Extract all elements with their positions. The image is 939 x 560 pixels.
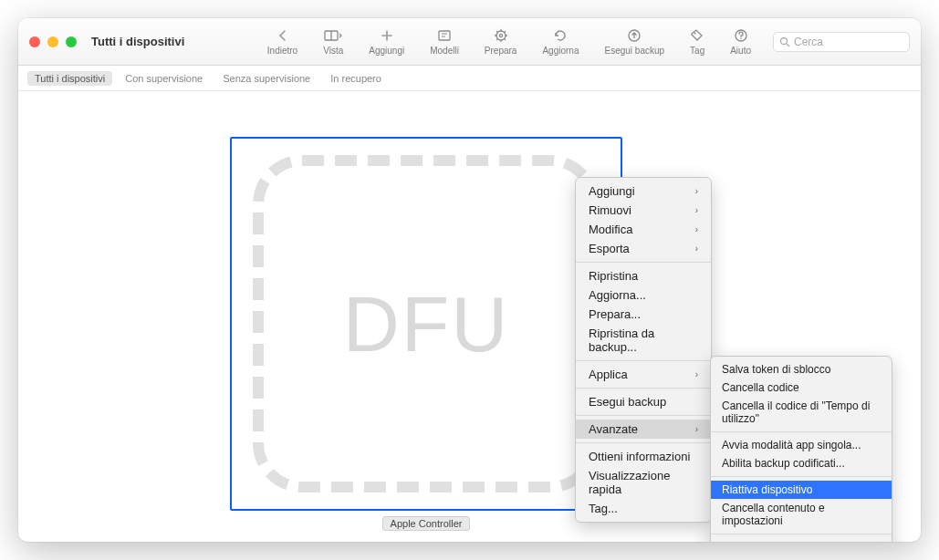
blueprints-button[interactable]: Modelli bbox=[417, 24, 472, 59]
filter-unsupervised[interactable]: Senza supervisione bbox=[215, 71, 318, 86]
filter-recovery[interactable]: In recupero bbox=[323, 71, 389, 86]
toolbar: Indietro Vista Aggiungi Modelli bbox=[255, 24, 910, 59]
plus-icon bbox=[381, 27, 393, 44]
menu-advanced[interactable]: Avanzate› bbox=[576, 420, 711, 439]
tag-icon bbox=[690, 27, 704, 44]
menu-restore-backup[interactable]: Ripristina da backup... bbox=[576, 324, 711, 357]
device-mode-label: DFU bbox=[343, 279, 510, 369]
menu-separator bbox=[711, 476, 892, 477]
chevron-right-icon: › bbox=[695, 205, 698, 215]
search-icon bbox=[779, 36, 790, 47]
menu-backup[interactable]: Esegui backup bbox=[576, 392, 711, 411]
submenu-clear-screentime[interactable]: Cancella il codice di "Tempo di utilizzo… bbox=[711, 397, 892, 428]
window-title: Tutti i dispositivi bbox=[91, 35, 184, 48]
traffic-lights bbox=[29, 36, 77, 47]
menu-separator bbox=[576, 360, 711, 361]
filter-all[interactable]: Tutti i dispositivi bbox=[27, 71, 112, 86]
advanced-submenu: Salva token di sblocco Cancella codice C… bbox=[710, 356, 892, 542]
chevron-right-icon: › bbox=[695, 186, 698, 196]
search-placeholder: Cerca bbox=[794, 36, 823, 48]
svg-point-8 bbox=[740, 38, 742, 40]
menu-separator bbox=[576, 415, 711, 416]
window: Tutti i dispositivi Indietro Vista Aggiu… bbox=[18, 18, 921, 542]
minimize-window-button[interactable] bbox=[47, 36, 58, 47]
submenu-encrypted-backup[interactable]: Abilita backup codificati... bbox=[711, 454, 892, 472]
view-button[interactable]: Vista bbox=[310, 24, 356, 59]
menu-export[interactable]: Esporta› bbox=[576, 239, 711, 258]
menu-quick-look[interactable]: Visualizzazione rapida bbox=[576, 466, 711, 499]
device-caption: Apple Controller bbox=[230, 514, 622, 531]
question-icon bbox=[734, 27, 748, 44]
tag-button[interactable]: Tag bbox=[677, 24, 717, 59]
menu-remove[interactable]: Rimuovi› bbox=[576, 201, 711, 220]
menu-update[interactable]: Aggiorna... bbox=[576, 285, 711, 305]
chevron-right-icon: › bbox=[695, 424, 698, 434]
submenu-single-app[interactable]: Avvia modalità app singola... bbox=[711, 436, 892, 454]
device-name-label: Apple Controller bbox=[382, 516, 471, 531]
chevron-right-icon: › bbox=[695, 369, 698, 379]
device-placeholder: DFU bbox=[253, 155, 600, 493]
menu-add[interactable]: Aggiungi› bbox=[576, 181, 711, 201]
svg-line-10 bbox=[787, 44, 789, 47]
content-area: DFU Apple Controller Aggiungi› Rimuovi› … bbox=[18, 91, 921, 542]
svg-rect-2 bbox=[439, 31, 450, 40]
menu-prepare[interactable]: Prepara... bbox=[576, 305, 711, 324]
menu-separator bbox=[576, 262, 711, 263]
prepare-button[interactable]: Prepara bbox=[472, 24, 530, 59]
submenu-clear-passcode[interactable]: Cancella codice bbox=[711, 379, 892, 397]
menu-separator bbox=[711, 534, 892, 534]
submenu-restart[interactable]: Riavvia dispositivo bbox=[711, 538, 892, 542]
menu-modify[interactable]: Modifica› bbox=[576, 220, 711, 239]
menu-tag[interactable]: Tag... bbox=[576, 499, 711, 518]
columns-icon bbox=[324, 27, 342, 44]
submenu-save-unlock-token[interactable]: Salva token di sblocco bbox=[711, 360, 892, 379]
search-input[interactable]: Cerca bbox=[773, 32, 910, 52]
filter-supervised[interactable]: Con supervisione bbox=[118, 71, 210, 86]
submenu-erase[interactable]: Cancella contenuto e impostazioni bbox=[711, 499, 892, 530]
fullscreen-window-button[interactable] bbox=[66, 36, 77, 47]
menu-apply[interactable]: Applica› bbox=[576, 365, 711, 384]
svg-point-6 bbox=[694, 33, 696, 35]
backup-button[interactable]: Esegui backup bbox=[591, 24, 677, 59]
gear-icon bbox=[494, 27, 508, 44]
update-button[interactable]: Aggiorna bbox=[529, 24, 591, 59]
titlebar: Tutti i dispositivi Indietro Vista Aggiu… bbox=[18, 18, 921, 66]
help-button[interactable]: Aiuto bbox=[717, 24, 764, 59]
menu-separator bbox=[576, 442, 711, 443]
svg-point-9 bbox=[781, 37, 788, 44]
menu-get-info[interactable]: Ottieni informazioni bbox=[576, 447, 711, 466]
menu-restore[interactable]: Ripristina bbox=[576, 266, 711, 285]
menu-separator bbox=[576, 388, 711, 389]
blueprint-icon bbox=[437, 27, 452, 44]
context-menu: Aggiungi› Rimuovi› Modifica› Esporta› Ri… bbox=[575, 177, 712, 523]
back-button[interactable]: Indietro bbox=[255, 24, 310, 59]
upload-circle-icon bbox=[627, 27, 642, 44]
device-card[interactable]: DFU bbox=[230, 137, 622, 511]
submenu-revive-device[interactable]: Riattiva dispositivo bbox=[711, 481, 892, 499]
close-window-button[interactable] bbox=[29, 36, 40, 47]
svg-point-4 bbox=[499, 34, 502, 36]
chevron-right-icon: › bbox=[695, 244, 698, 254]
chevron-left-icon bbox=[277, 27, 288, 44]
add-button[interactable]: Aggiungi bbox=[356, 24, 417, 59]
menu-separator bbox=[711, 431, 892, 432]
chevron-right-icon: › bbox=[695, 224, 698, 234]
filter-bar: Tutti i dispositivi Con supervisione Sen… bbox=[18, 66, 921, 91]
refresh-icon bbox=[553, 27, 568, 44]
